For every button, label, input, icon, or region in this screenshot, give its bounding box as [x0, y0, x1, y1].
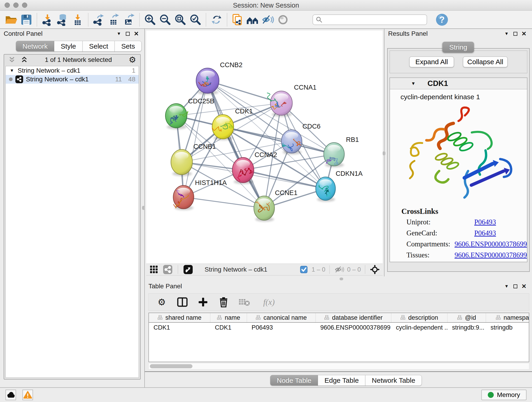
open-session-button[interactable]	[4, 12, 19, 27]
table-panel-float-button[interactable]	[511, 282, 520, 290]
network-collection-row[interactable]: ▼ String Network – cdk1 1	[6, 66, 139, 75]
tab-style[interactable]: Style	[54, 41, 83, 51]
tab-select[interactable]: Select	[82, 41, 115, 51]
table-column--id[interactable]: 品@id	[447, 313, 486, 322]
tab-string[interactable]: String	[443, 42, 474, 53]
zoom-window-button[interactable]	[22, 2, 27, 8]
edge-HIST1H1A-CCNE1[interactable]	[184, 197, 264, 208]
control-panel-collapse-button[interactable]: ▼	[114, 30, 123, 38]
view-grid-button[interactable]	[148, 264, 159, 274]
control-panel-close-button[interactable]: ✕	[132, 30, 141, 38]
network-row[interactable]: String Network – cdk1 11 48	[6, 75, 139, 84]
results-panel-float-button[interactable]	[511, 30, 520, 38]
table-panel-collapse-button[interactable]: ▼	[502, 282, 511, 290]
export-image-button[interactable]	[121, 12, 137, 27]
table-panel-close-button[interactable]: ✕	[520, 282, 528, 290]
zoom-fit-button[interactable]	[173, 12, 188, 27]
tree-expander-icon[interactable]: ▼	[9, 68, 15, 73]
left-splitter-handle[interactable]	[142, 206, 145, 210]
show-columns-button[interactable]	[176, 296, 189, 308]
horizontal-splitter[interactable]	[145, 276, 532, 281]
table-column-namespace[interactable]: 品namespace	[486, 313, 529, 322]
control-panel-float-button[interactable]	[123, 30, 132, 38]
close-window-button[interactable]	[5, 2, 10, 8]
section-expander-icon[interactable]: ▼	[411, 81, 416, 86]
splitter-handle[interactable]	[340, 278, 343, 280]
node-CDK1[interactable]	[212, 115, 234, 140]
create-column-button[interactable]	[197, 296, 209, 308]
expand-all-button[interactable]: Expand All	[409, 56, 454, 67]
table-row[interactable]: CDK1CDK1P064939606.ENSP00000378699cyclin…	[149, 323, 529, 332]
warnings-button[interactable]	[22, 390, 33, 400]
string-view-button[interactable]	[162, 264, 173, 274]
selected-nodes-checkbox[interactable]	[298, 264, 309, 274]
results-panel-collapse-button[interactable]: ▼	[502, 30, 511, 38]
import-network-from-database-button[interactable]	[55, 12, 70, 27]
memory-label: Memory	[497, 391, 520, 399]
node-CCNA1[interactable]	[267, 91, 292, 117]
gene-section-header[interactable]: ▼ CDK1	[390, 78, 527, 89]
table-column-database-identifier[interactable]: 品database identifier	[316, 313, 391, 322]
right-splitter-handle[interactable]	[383, 151, 385, 155]
open-network-in-window-button[interactable]	[183, 264, 194, 274]
show-glass-eye-button[interactable]	[275, 12, 291, 27]
birds-eye-view-button[interactable]	[369, 264, 380, 274]
delete-table-button[interactable]	[238, 296, 250, 308]
table-column-name[interactable]: 品name	[210, 313, 247, 322]
edge-CCNB2-CCNE1[interactable]	[208, 81, 264, 208]
help-button[interactable]: ?	[435, 13, 449, 27]
zoom-out-button[interactable]	[158, 12, 173, 27]
hide-glass-eye-button[interactable]	[260, 12, 275, 27]
collapse-all-networks-button[interactable]	[7, 55, 17, 64]
import-network-button[interactable]	[40, 12, 55, 27]
crosslink-link[interactable]: P06493	[474, 262, 496, 262]
cloud-status-button[interactable]	[6, 390, 16, 400]
export-network-button[interactable]	[91, 12, 106, 27]
node-CCNB2[interactable]	[196, 68, 219, 95]
table-options-button[interactable]: ⚙	[156, 296, 168, 308]
node-CDKN1A[interactable]	[316, 177, 336, 202]
tab-sets[interactable]: Sets	[114, 41, 142, 51]
tab-network-table[interactable]: Network Table	[365, 375, 422, 386]
crosslink-link[interactable]: P06493	[474, 229, 496, 237]
tab-edge-table[interactable]: Edge Table	[318, 375, 365, 386]
network-options-button[interactable]: ⚙	[128, 55, 137, 64]
export-table-button[interactable]	[106, 12, 121, 27]
minimize-window-button[interactable]	[13, 2, 19, 8]
node-CCNE1[interactable]	[254, 196, 274, 222]
node-HIST1H1A[interactable]	[173, 185, 194, 210]
table-column-description[interactable]: 品description	[391, 313, 447, 322]
refresh-button[interactable]	[209, 12, 224, 27]
crosslink-link[interactable]: 9606.ENSP00000378699	[455, 251, 527, 259]
search-input[interactable]	[324, 16, 424, 23]
node-RB1[interactable]	[324, 143, 344, 167]
memory-button[interactable]: Memory	[481, 390, 526, 400]
node-CCNB1[interactable]	[171, 149, 192, 176]
save-session-button[interactable]	[19, 12, 34, 27]
network-canvas[interactable]: CCNB2CCNA1CDC25BCDK1CDC6RB1CCNB1CCNA2CDK…	[146, 31, 383, 264]
edge-CCNA2-CDKN1A[interactable]	[243, 170, 326, 189]
gear-icon: ⚙	[129, 56, 136, 64]
tab-network[interactable]: Network	[16, 41, 54, 51]
string-home-button[interactable]	[245, 12, 260, 27]
import-table-button[interactable]	[70, 12, 85, 27]
results-panel-close-button[interactable]: ✕	[520, 30, 528, 38]
collapse-all-button[interactable]: Collapse All	[463, 56, 508, 67]
hidden-elements-button[interactable]	[334, 264, 345, 274]
open-in-string-button[interactable]	[230, 12, 245, 27]
zoom-selected-button[interactable]	[188, 12, 203, 27]
tab-node-table[interactable]: Node Table	[270, 375, 318, 386]
zoom-in-button[interactable]	[143, 12, 158, 27]
scrollbar-thumb[interactable]	[150, 364, 192, 368]
crosslink-link[interactable]: P06493	[474, 218, 496, 226]
expand-all-networks-button[interactable]	[20, 55, 29, 64]
node-CDC25B[interactable]	[165, 104, 188, 129]
column-label: description	[408, 314, 438, 321]
table-horizontal-scrollbar[interactable]	[148, 363, 529, 370]
function-builder-button[interactable]: f(x)	[259, 296, 279, 308]
delete-column-button[interactable]	[217, 296, 230, 308]
table-column-canonical-name[interactable]: 品canonical name	[247, 313, 316, 322]
crosslink-link[interactable]: 9606.ENSP00000378699	[455, 240, 527, 248]
table-column-shared-name[interactable]: 品shared name	[149, 313, 210, 322]
edge-CDK1-RB1[interactable]	[223, 127, 334, 154]
